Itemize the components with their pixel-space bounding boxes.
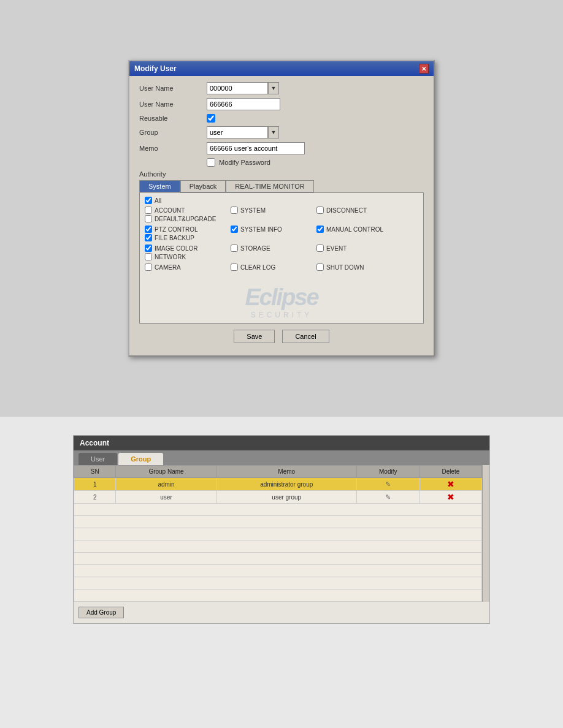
eclipse-security-text-inner: SECURITY (251, 311, 313, 319)
delete-button-1[interactable]: ✖ (446, 480, 455, 488)
perm-disconnect-label: DISCONNECT (326, 207, 367, 214)
cell-memo-2: user group (216, 491, 356, 504)
add-group-button[interactable]: Add Group (79, 607, 124, 618)
perm-file-backup-checkbox[interactable] (145, 234, 152, 241)
cell-name-1: admin (116, 478, 216, 491)
perm-all-label: All (155, 197, 161, 204)
perm-network-checkbox[interactable] (145, 253, 152, 260)
dialog-title: Modify User (134, 64, 177, 73)
tab-realtime-monitor[interactable]: REAL-TIME MONITOR (226, 180, 313, 192)
tab-user[interactable]: User (79, 453, 117, 465)
perm-camera-checkbox[interactable] (145, 264, 152, 271)
account-header: Account (74, 436, 489, 450)
group-dropdown-arrow[interactable]: ▼ (268, 126, 279, 138)
perm-system: SYSTEM (231, 207, 316, 214)
reusable-label: Reusable (139, 115, 207, 122)
table-row: 1 admin administrator group ✎ ✖ (74, 478, 482, 491)
close-icon: ✕ (421, 66, 426, 72)
tab-playback[interactable]: Playback (180, 180, 226, 192)
perm-row-3: IMAGE COLOR STORAGE EVENT NETWORK (145, 245, 418, 262)
perm-all-checkbox[interactable] (145, 197, 152, 204)
modify-button-2[interactable]: ✎ (384, 493, 393, 501)
username-input-1[interactable] (207, 82, 268, 94)
account-panel: Account User Group SN Group Name Memo Mo… (73, 435, 490, 624)
reusable-checkbox[interactable] (207, 114, 215, 123)
cell-sn-2: 2 (74, 491, 116, 504)
top-section: Eclipse SECURITY Modify User ✕ User Name… (0, 0, 563, 417)
account-title: Account (80, 439, 109, 447)
perm-shut-down-checkbox[interactable] (316, 264, 324, 271)
perm-image-color: IMAGE COLOR (145, 245, 231, 252)
modify-password-row: Modify Password (139, 158, 424, 167)
chevron-down-icon-2: ▼ (271, 129, 277, 135)
modify-password-text: Modify Password (219, 159, 270, 166)
perm-manual-control-label: MANUAL CONTROL (326, 226, 383, 233)
perm-event-checkbox[interactable] (316, 245, 324, 252)
authority-label: Authority (139, 170, 424, 178)
username-label-1: User Name (139, 85, 207, 92)
perm-disconnect: DISCONNECT (316, 207, 402, 214)
col-memo: Memo (216, 466, 356, 478)
perm-system-label: SYSTEM (240, 207, 266, 214)
col-modify: Modify (356, 466, 419, 478)
cancel-button[interactable]: Cancel (282, 330, 329, 343)
perm-all-row: All (145, 197, 418, 204)
perm-account-checkbox[interactable] (145, 207, 152, 214)
perm-ptz-control-checkbox[interactable] (145, 226, 152, 233)
perm-system-info: SYSTEM INFO (231, 226, 316, 233)
table-row-empty (74, 553, 482, 565)
perm-storage-label: STORAGE (240, 245, 270, 252)
perm-row-4: CAMERA CLEAR LOG SHUT DOWN (145, 264, 418, 272)
modify-button-1[interactable]: ✎ (384, 480, 393, 488)
col-group-name: Group Name (116, 466, 216, 478)
account-table: SN Group Name Memo Modify Delete 1 admin… (74, 465, 482, 602)
perm-clear-log: CLEAR LOG (231, 264, 316, 271)
perm-storage-checkbox[interactable] (231, 245, 238, 252)
modify-password-checkbox[interactable] (207, 158, 215, 167)
username-dropdown-arrow[interactable]: ▼ (268, 82, 279, 94)
save-button[interactable]: Save (234, 330, 275, 343)
memo-label: Memo (139, 145, 207, 152)
group-input[interactable] (207, 126, 268, 138)
table-row-empty (74, 577, 482, 590)
perm-system-checkbox[interactable] (231, 207, 238, 214)
table-row: 2 user user group ✎ ✖ (74, 491, 482, 504)
delete-button-2[interactable]: ✖ (446, 493, 455, 501)
bottom-section: Account User Group SN Group Name Memo Mo… (0, 417, 563, 728)
chevron-down-icon: ▼ (271, 85, 277, 91)
table-row-empty (74, 590, 482, 602)
cell-modify-1: ✎ (356, 478, 419, 491)
dialog-buttons: Save Cancel (139, 324, 424, 349)
perm-default-upgrade-label: DEFAULT&UPGRADE (155, 216, 216, 222)
perm-manual-control: MANUAL CONTROL (316, 226, 402, 233)
perm-event: EVENT (316, 245, 402, 252)
table-row-empty (74, 565, 482, 577)
cell-delete-1: ✖ (419, 478, 482, 491)
cell-modify-2: ✎ (356, 491, 419, 504)
memo-input[interactable] (207, 142, 305, 154)
account-tabs-row: User Group (74, 450, 489, 465)
dialog-close-button[interactable]: ✕ (419, 64, 429, 74)
group-dropdown: ▼ (207, 126, 279, 138)
tab-group[interactable]: Group (118, 453, 163, 465)
eclipse-logo-text-inner: Eclipse (245, 284, 318, 310)
username-label-2: User Name (139, 100, 207, 108)
perm-default-upgrade: DEFAULT&UPGRADE (145, 215, 231, 222)
username-input-2[interactable] (207, 98, 280, 110)
perm-network: NETWORK (145, 253, 231, 260)
eclipse-logo-in-dialog: Eclipse SECURITY (145, 284, 418, 319)
perm-file-backup: FILE BACKUP (145, 234, 231, 241)
perm-clear-log-checkbox[interactable] (231, 264, 238, 271)
perm-default-upgrade-checkbox[interactable] (145, 215, 152, 222)
perm-disconnect-checkbox[interactable] (316, 207, 324, 214)
scrollbar[interactable] (482, 465, 489, 602)
perm-account: ACCOUNT (145, 207, 231, 214)
tab-system[interactable]: System (139, 180, 180, 192)
authority-tabs: System Playback REAL-TIME MONITOR (139, 180, 424, 192)
perm-system-info-checkbox[interactable] (231, 226, 238, 233)
permissions-box: All ACCOUNT SYSTEM (139, 192, 424, 324)
perm-manual-control-checkbox[interactable] (316, 226, 324, 233)
cell-delete-2: ✖ (419, 491, 482, 504)
perm-image-color-checkbox[interactable] (145, 245, 152, 252)
group-row: Group ▼ (139, 126, 424, 138)
